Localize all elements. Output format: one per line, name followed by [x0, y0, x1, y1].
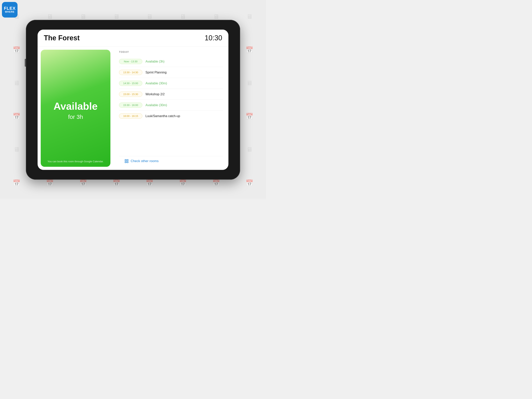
- schedule-item: 14:30 - 15:00 Available (30m): [119, 78, 223, 89]
- tablet-device: The Forest 10:30 Available for 3h You ca…: [26, 20, 240, 180]
- svg-rect-3: [127, 161, 128, 163]
- svg-rect-2: [125, 161, 126, 163]
- book-hint: You can book this room through Google Ca…: [48, 160, 104, 163]
- logo-where-text: WHERE: [5, 11, 15, 13]
- schedule-item: 13:30 - 14:30 Sprint Planning: [119, 67, 223, 78]
- today-label: TODAY: [119, 51, 223, 53]
- main-content: Available for 3h You can book this room …: [38, 46, 228, 170]
- event-name: Luuk/Samantha catch-up: [146, 114, 180, 118]
- time-badge: Now - 13:30: [119, 59, 142, 64]
- availability-card: Available for 3h You can book this room …: [41, 50, 110, 167]
- right-panel: TODAY Now - 13:30 Available (3h) 13:30 -…: [114, 46, 228, 170]
- time-badge: 14:30 - 15:00: [119, 81, 142, 86]
- check-other-rooms-button[interactable]: Check other rooms: [124, 159, 159, 163]
- time-badge: 15:30 - 16:00: [119, 103, 142, 108]
- footer: Check other rooms: [119, 156, 223, 166]
- left-panel: Available for 3h You can book this room …: [38, 46, 114, 170]
- schedule-item: 15:30 - 16:00 Available (30m): [119, 100, 223, 111]
- header: The Forest 10:30: [38, 30, 228, 46]
- event-name: Available (30m): [146, 82, 167, 85]
- event-name: Sprint Planning: [146, 71, 167, 74]
- schedule-item: 16:00 - 16:15 Luuk/Samantha catch-up: [119, 111, 223, 121]
- event-name: Available (30m): [146, 103, 167, 107]
- flexwhere-logo: FLEX WHERE: [2, 2, 18, 18]
- schedule-item: Now - 13:30 Available (3h): [119, 56, 223, 67]
- check-rooms-label: Check other rooms: [131, 159, 159, 163]
- event-name: Workshop 2/2: [146, 93, 165, 96]
- svg-rect-0: [125, 160, 126, 161]
- rooms-icon: [124, 159, 129, 163]
- tablet-screen: The Forest 10:30 Available for 3h You ca…: [38, 30, 228, 170]
- event-name: Available (3h): [146, 60, 165, 63]
- available-status: Available: [54, 100, 98, 112]
- tablet-side-button: [25, 59, 26, 67]
- svg-rect-1: [127, 160, 128, 161]
- schedule-item: 15:00 - 15:30 Workshop 2/2: [119, 89, 223, 100]
- current-time: 10:30: [205, 34, 222, 42]
- time-badge: 16:00 - 16:15: [119, 113, 142, 119]
- available-duration: for 3h: [68, 114, 83, 120]
- time-badge: 13:30 - 14:30: [119, 70, 142, 75]
- schedule-list: Now - 13:30 Available (3h) 13:30 - 14:30…: [119, 56, 223, 156]
- logo-flex-text: FLEX: [4, 6, 16, 11]
- time-badge: 15:00 - 15:30: [119, 91, 142, 97]
- room-name: The Forest: [44, 34, 80, 42]
